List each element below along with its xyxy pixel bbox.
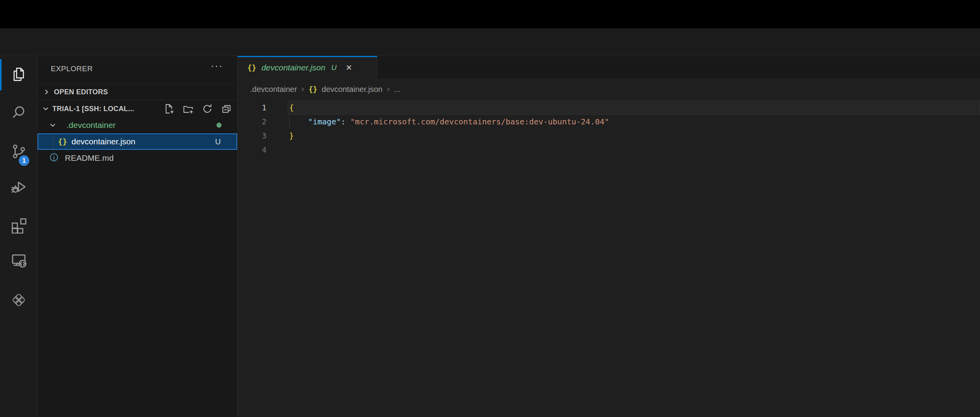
tree-item-devcontainer-folder[interactable]: .devcontainer: [38, 117, 237, 133]
explorer-icon[interactable]: [10, 66, 27, 83]
activity-bar: 1: [0, 56, 38, 417]
line-number: 1: [238, 101, 266, 115]
search-sidebar-icon[interactable]: [10, 104, 27, 122]
git-untracked-badge: U: [215, 137, 221, 146]
azure-icon[interactable]: [10, 291, 27, 309]
close-tab-icon[interactable]: ✕: [345, 63, 352, 72]
tab-bar: {} devcontainer.json U ✕: [238, 56, 980, 78]
code-line-4: 4: [238, 143, 980, 157]
sidebar-title: EXPLORER: [51, 65, 93, 73]
tree-indent-guide: [53, 134, 54, 149]
chevron-down-icon: [48, 121, 57, 129]
breadcrumb-separator: ›: [387, 84, 390, 94]
breadcrumb: .devcontainer › {} devcontainer.json › .…: [238, 78, 980, 100]
tree-item-readme[interactable]: README.md: [38, 150, 237, 166]
code-token: "image": [308, 117, 341, 126]
breadcrumb-folder[interactable]: .devcontainer: [250, 85, 297, 94]
remote-explorer-icon[interactable]: [10, 252, 27, 269]
macos-top-strip: [0, 0, 980, 28]
breadcrumb-file[interactable]: devcontainer.json: [322, 85, 383, 94]
json-file-icon: {}: [58, 137, 67, 146]
tab-devcontainer-json[interactable]: {} devcontainer.json U ✕: [238, 56, 377, 78]
line-number: 2: [238, 115, 266, 129]
code-token: [289, 117, 308, 126]
title-bar: ← → Trial-1 [SSH: localhost:32772]: [0, 28, 980, 56]
new-file-icon[interactable]: [164, 103, 174, 114]
line-number: 3: [238, 129, 266, 143]
line-number: 4: [238, 143, 266, 157]
more-actions-icon[interactable]: ···: [211, 60, 223, 72]
markdown-info-icon: [49, 153, 59, 164]
new-folder-icon[interactable]: [183, 103, 193, 114]
refresh-icon[interactable]: [202, 103, 213, 114]
file-name: devcontainer.json: [72, 137, 135, 146]
open-editors-section[interactable]: OPEN EDITORS: [38, 83, 237, 100]
breadcrumb-separator: ›: [301, 84, 304, 94]
code-line-1: 1 {: [238, 101, 980, 115]
json-file-icon: {}: [247, 63, 256, 72]
code-line-3: 3 }: [238, 129, 980, 143]
open-editors-label: OPEN EDITORS: [54, 88, 108, 96]
run-debug-icon[interactable]: [10, 178, 27, 195]
explorer-sidebar: EXPLORER ··· OPEN EDITORS TRIAL-1 [SSH: …: [38, 56, 238, 417]
workspace-label: TRIAL-1 [SSH: LOCAL...: [52, 104, 134, 113]
file-name: README.md: [65, 153, 114, 163]
tab-git-badge: U: [331, 63, 337, 72]
code-token: :: [341, 117, 350, 126]
breadcrumb-symbol[interactable]: ...: [394, 85, 401, 94]
chevron-down-icon: [41, 104, 50, 113]
code-token: {: [289, 103, 294, 112]
extensions-icon[interactable]: [10, 216, 27, 234]
code-area[interactable]: 1 { 2 "image": "mcr.microsoft.com/devcon…: [238, 100, 980, 417]
workspace-actions: [164, 103, 232, 114]
tab-label: devcontainer.json: [261, 63, 325, 72]
chevron-right-icon: [42, 88, 51, 96]
json-file-icon: {}: [308, 85, 317, 93]
code-line-2: 2 "image": "mcr.microsoft.com/devcontain…: [238, 115, 980, 129]
workspace-section[interactable]: TRIAL-1 [SSH: LOCAL...: [38, 100, 237, 117]
code-token: "mcr.microsoft.com/devcontainers/base:de…: [351, 117, 609, 126]
modified-dot-badge: [216, 123, 222, 128]
source-control-badge: 1: [19, 155, 29, 166]
tree-item-devcontainer-json[interactable]: {} devcontainer.json U: [38, 133, 237, 150]
active-tab-indicator: [0, 59, 2, 90]
collapse-all-icon[interactable]: [221, 103, 232, 114]
sidebar-header: EXPLORER ···: [38, 56, 237, 82]
editor-group: {} devcontainer.json U ✕ .devcontainer ›…: [238, 56, 980, 417]
folder-name: .devcontainer: [66, 120, 116, 130]
code-token: }: [289, 131, 294, 140]
